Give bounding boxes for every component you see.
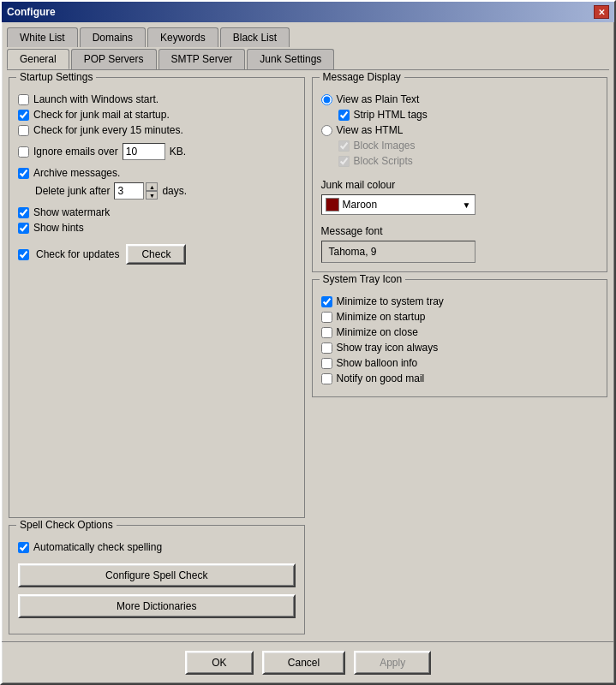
spin-up-btn[interactable]: ▲ bbox=[146, 182, 158, 191]
minimize-startup-checkbox[interactable] bbox=[321, 312, 332, 323]
launch-windows-row: Launch with Windows start. bbox=[18, 93, 296, 105]
spin-buttons: ▲ ▼ bbox=[146, 182, 158, 200]
view-html-label: View as HTML bbox=[337, 124, 404, 136]
apply-button[interactable]: Apply bbox=[354, 651, 431, 675]
more-dictionaries-button[interactable]: More Dictionaries bbox=[18, 594, 296, 618]
check-updates-label: Check for updates bbox=[36, 248, 119, 260]
tab-row-1: White List Domains Keywords Black List bbox=[2, 22, 614, 47]
minimize-tray-label: Minimize to system tray bbox=[337, 295, 444, 307]
message-display-title: Message Display bbox=[320, 71, 404, 83]
show-balloon-checkbox[interactable] bbox=[321, 358, 332, 369]
ignore-emails-row: Ignore emails over KB. bbox=[18, 143, 296, 160]
ok-button[interactable]: OK bbox=[185, 651, 254, 675]
minimize-startup-label: Minimize on startup bbox=[337, 311, 426, 323]
auto-spell-row: Automatically check spelling bbox=[18, 541, 296, 553]
show-tray-always-row: Show tray icon always bbox=[321, 342, 599, 354]
delete-junk-unit: days. bbox=[162, 185, 187, 197]
spin-down-btn[interactable]: ▼ bbox=[146, 191, 158, 200]
color-swatch bbox=[326, 198, 339, 211]
view-plain-row: View as Plain Text bbox=[321, 93, 599, 105]
junk-color-dropdown[interactable]: Maroon ▼ bbox=[321, 194, 475, 215]
notify-good-label: Notify on good mail bbox=[337, 372, 425, 384]
show-watermark-row: Show watermark bbox=[18, 206, 296, 218]
minimize-close-checkbox[interactable] bbox=[321, 327, 332, 338]
minimize-close-row: Minimize on close bbox=[321, 326, 599, 338]
show-watermark-label: Show watermark bbox=[33, 206, 110, 218]
check-junk-startup-label: Check for junk mail at startup. bbox=[33, 109, 170, 121]
view-html-radio[interactable] bbox=[321, 125, 332, 136]
show-hints-label: Show hints bbox=[33, 222, 84, 234]
check-updates-checkbox[interactable] bbox=[18, 249, 29, 260]
minimize-tray-checkbox[interactable] bbox=[321, 296, 332, 307]
tab-blacklist[interactable]: Black List bbox=[220, 27, 290, 47]
tab-pop-servers[interactable]: POP Servers bbox=[71, 49, 157, 69]
delete-junk-spinner: ▲ ▼ bbox=[114, 182, 158, 200]
check-junk-15-label: Check for junk every 15 minutes. bbox=[33, 124, 183, 136]
left-column: Startup Settings Launch with Windows sta… bbox=[9, 77, 305, 634]
spell-check-title: Spell Check Options bbox=[16, 519, 117, 531]
check-junk-15-checkbox[interactable] bbox=[18, 125, 29, 136]
startup-title: Startup Settings bbox=[16, 71, 96, 83]
delete-junk-input[interactable] bbox=[114, 182, 144, 200]
show-watermark-checkbox[interactable] bbox=[18, 207, 29, 218]
font-label: Message font bbox=[321, 225, 599, 237]
archive-messages-label: Archive messages. bbox=[33, 167, 120, 179]
show-tray-always-checkbox[interactable] bbox=[321, 342, 332, 354]
ignore-emails-input[interactable] bbox=[123, 143, 165, 160]
minimize-tray-row: Minimize to system tray bbox=[321, 295, 599, 307]
tab-keywords[interactable]: Keywords bbox=[147, 27, 218, 47]
tab-whitelist[interactable]: White List bbox=[7, 27, 78, 47]
view-plain-radio[interactable] bbox=[321, 94, 332, 105]
minimize-close-label: Minimize on close bbox=[337, 326, 418, 338]
spell-check-group: Spell Check Options Automatically check … bbox=[9, 525, 305, 634]
strip-html-checkbox[interactable] bbox=[338, 110, 350, 121]
main-columns: Startup Settings Launch with Windows sta… bbox=[9, 77, 607, 634]
font-value: Tahoma, 9 bbox=[329, 246, 377, 258]
tab-general[interactable]: General bbox=[7, 49, 69, 69]
close-button[interactable]: ✕ bbox=[594, 5, 609, 19]
show-tray-always-label: Show tray icon always bbox=[337, 342, 439, 354]
tab-junk-settings[interactable]: Junk Settings bbox=[247, 49, 334, 69]
block-scripts-label: Block Scripts bbox=[354, 155, 413, 167]
minimize-startup-row: Minimize on startup bbox=[321, 311, 599, 323]
title-bar: Configure ✕ bbox=[2, 2, 614, 22]
dropdown-arrow-icon: ▼ bbox=[463, 200, 471, 210]
view-plain-label: View as Plain Text bbox=[337, 93, 420, 105]
strip-html-label: Strip HTML tags bbox=[354, 109, 428, 121]
show-balloon-row: Show balloon info bbox=[321, 357, 599, 369]
auto-spell-checkbox[interactable] bbox=[18, 542, 29, 553]
archive-messages-row: Archive messages. bbox=[18, 167, 296, 179]
block-images-label: Block Images bbox=[354, 140, 416, 152]
right-column: Message Display View as Plain Text Strip… bbox=[312, 77, 608, 634]
launch-windows-label: Launch with Windows start. bbox=[33, 93, 158, 105]
cancel-button[interactable]: Cancel bbox=[262, 651, 345, 675]
block-images-checkbox[interactable] bbox=[338, 140, 350, 152]
block-scripts-checkbox[interactable] bbox=[338, 156, 350, 167]
block-scripts-row: Block Scripts bbox=[338, 155, 599, 167]
system-tray-title: System Tray Icon bbox=[320, 273, 406, 285]
font-display-button[interactable]: Tahoma, 9 bbox=[321, 241, 475, 263]
auto-spell-label: Automatically check spelling bbox=[33, 541, 162, 553]
archive-messages-checkbox[interactable] bbox=[18, 168, 29, 179]
bottom-bar: OK Cancel Apply bbox=[2, 641, 614, 683]
show-hints-row: Show hints bbox=[18, 222, 296, 234]
system-tray-group: System Tray Icon Minimize to system tray… bbox=[312, 279, 608, 397]
tab-smtp-server[interactable]: SMTP Server bbox=[158, 49, 246, 69]
configure-spell-button[interactable]: Configure Spell Check bbox=[18, 563, 296, 587]
launch-windows-checkbox[interactable] bbox=[18, 94, 29, 105]
delete-junk-label: Delete junk after bbox=[35, 185, 110, 197]
tab-domains[interactable]: Domains bbox=[80, 27, 146, 47]
check-junk-startup-row: Check for junk mail at startup. bbox=[18, 109, 296, 121]
show-hints-checkbox[interactable] bbox=[18, 223, 29, 234]
startup-group: Startup Settings Launch with Windows sta… bbox=[9, 77, 305, 518]
message-display-group: Message Display View as Plain Text Strip… bbox=[312, 77, 608, 272]
ignore-emails-checkbox[interactable] bbox=[18, 146, 29, 158]
ignore-emails-unit: KB. bbox=[170, 146, 186, 158]
check-junk-startup-checkbox[interactable] bbox=[18, 110, 29, 121]
configure-window: Configure ✕ White List Domains Keywords … bbox=[0, 0, 616, 685]
check-junk-15-row: Check for junk every 15 minutes. bbox=[18, 124, 296, 136]
notify-good-checkbox[interactable] bbox=[321, 373, 332, 384]
delete-junk-row: Delete junk after ▲ ▼ days. bbox=[35, 182, 296, 200]
check-button[interactable]: Check bbox=[126, 244, 186, 265]
tab-row-2: General POP Servers SMTP Server Junk Set… bbox=[2, 49, 614, 69]
